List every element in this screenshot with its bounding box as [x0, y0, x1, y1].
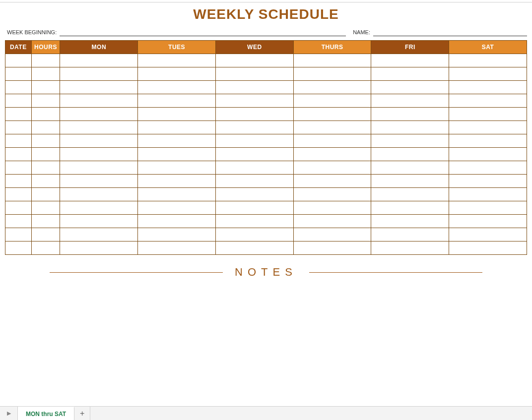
- table-cell[interactable]: [138, 54, 216, 67]
- table-cell[interactable]: [31, 121, 60, 134]
- table-cell[interactable]: [31, 94, 60, 108]
- table-cell[interactable]: [215, 228, 293, 241]
- table-cell[interactable]: [31, 201, 60, 215]
- table-cell[interactable]: [449, 81, 527, 94]
- table-cell[interactable]: [371, 81, 449, 94]
- table-cell[interactable]: [5, 175, 32, 188]
- table-cell[interactable]: [215, 121, 293, 134]
- table-cell[interactable]: [371, 94, 449, 108]
- table-cell[interactable]: [5, 148, 32, 161]
- table-cell[interactable]: [293, 215, 371, 228]
- table-cell[interactable]: [215, 148, 293, 161]
- table-cell[interactable]: [371, 108, 449, 121]
- table-cell[interactable]: [138, 215, 216, 228]
- table-cell[interactable]: [371, 241, 449, 255]
- table-cell[interactable]: [293, 241, 371, 255]
- table-cell[interactable]: [449, 108, 527, 121]
- table-cell[interactable]: [449, 94, 527, 108]
- table-cell[interactable]: [5, 121, 32, 134]
- table-cell[interactable]: [5, 94, 32, 108]
- table-cell[interactable]: [60, 241, 138, 255]
- table-cell[interactable]: [60, 215, 138, 228]
- table-cell[interactable]: [60, 134, 138, 148]
- table-cell[interactable]: [293, 134, 371, 148]
- table-cell[interactable]: [449, 121, 527, 134]
- table-cell[interactable]: [215, 134, 293, 148]
- table-cell[interactable]: [371, 67, 449, 81]
- table-cell[interactable]: [60, 175, 138, 188]
- table-cell[interactable]: [5, 241, 32, 255]
- table-cell[interactable]: [371, 161, 449, 175]
- table-cell[interactable]: [5, 215, 32, 228]
- name-input[interactable]: [373, 28, 527, 36]
- table-cell[interactable]: [138, 161, 216, 175]
- table-cell[interactable]: [138, 228, 216, 241]
- table-cell[interactable]: [293, 108, 371, 121]
- table-cell[interactable]: [138, 241, 216, 255]
- table-cell[interactable]: [449, 161, 527, 175]
- table-cell[interactable]: [60, 54, 138, 67]
- table-cell[interactable]: [215, 175, 293, 188]
- table-cell[interactable]: [371, 134, 449, 148]
- table-cell[interactable]: [31, 161, 60, 175]
- table-cell[interactable]: [371, 175, 449, 188]
- table-cell[interactable]: [449, 134, 527, 148]
- table-cell[interactable]: [31, 188, 60, 201]
- table-cell[interactable]: [31, 81, 60, 94]
- table-cell[interactable]: [31, 108, 60, 121]
- table-cell[interactable]: [138, 175, 216, 188]
- table-cell[interactable]: [293, 201, 371, 215]
- table-cell[interactable]: [371, 228, 449, 241]
- table-cell[interactable]: [293, 67, 371, 81]
- table-cell[interactable]: [371, 121, 449, 134]
- table-cell[interactable]: [31, 54, 60, 67]
- table-cell[interactable]: [449, 228, 527, 241]
- table-cell[interactable]: [5, 54, 32, 67]
- table-cell[interactable]: [60, 67, 138, 81]
- table-cell[interactable]: [293, 148, 371, 161]
- table-cell[interactable]: [138, 94, 216, 108]
- table-cell[interactable]: [5, 108, 32, 121]
- table-cell[interactable]: [5, 134, 32, 148]
- table-cell[interactable]: [215, 161, 293, 175]
- table-cell[interactable]: [5, 67, 32, 81]
- table-cell[interactable]: [371, 201, 449, 215]
- table-cell[interactable]: [293, 228, 371, 241]
- table-cell[interactable]: [138, 201, 216, 215]
- table-cell[interactable]: [5, 161, 32, 175]
- table-cell[interactable]: [31, 215, 60, 228]
- table-cell[interactable]: [371, 54, 449, 67]
- table-cell[interactable]: [449, 241, 527, 255]
- table-cell[interactable]: [5, 228, 32, 241]
- table-cell[interactable]: [138, 188, 216, 201]
- table-cell[interactable]: [5, 201, 32, 215]
- table-cell[interactable]: [60, 228, 138, 241]
- table-cell[interactable]: [371, 148, 449, 161]
- table-cell[interactable]: [215, 94, 293, 108]
- table-cell[interactable]: [138, 148, 216, 161]
- table-cell[interactable]: [31, 148, 60, 161]
- table-cell[interactable]: [449, 54, 527, 67]
- table-cell[interactable]: [31, 241, 60, 255]
- sheet-tab-active[interactable]: MON thru SAT: [18, 407, 74, 420]
- table-cell[interactable]: [449, 67, 527, 81]
- table-cell[interactable]: [449, 201, 527, 215]
- table-cell[interactable]: [60, 121, 138, 134]
- add-sheet-button[interactable]: +: [74, 407, 90, 420]
- table-cell[interactable]: [215, 108, 293, 121]
- table-cell[interactable]: [138, 108, 216, 121]
- table-cell[interactable]: [5, 81, 32, 94]
- table-cell[interactable]: [31, 134, 60, 148]
- table-cell[interactable]: [293, 94, 371, 108]
- table-cell[interactable]: [215, 188, 293, 201]
- table-cell[interactable]: [293, 121, 371, 134]
- table-cell[interactable]: [60, 188, 138, 201]
- table-cell[interactable]: [31, 175, 60, 188]
- table-cell[interactable]: [60, 81, 138, 94]
- table-cell[interactable]: [293, 161, 371, 175]
- table-cell[interactable]: [215, 67, 293, 81]
- table-cell[interactable]: [60, 94, 138, 108]
- table-cell[interactable]: [215, 81, 293, 94]
- table-cell[interactable]: [293, 188, 371, 201]
- table-cell[interactable]: [371, 215, 449, 228]
